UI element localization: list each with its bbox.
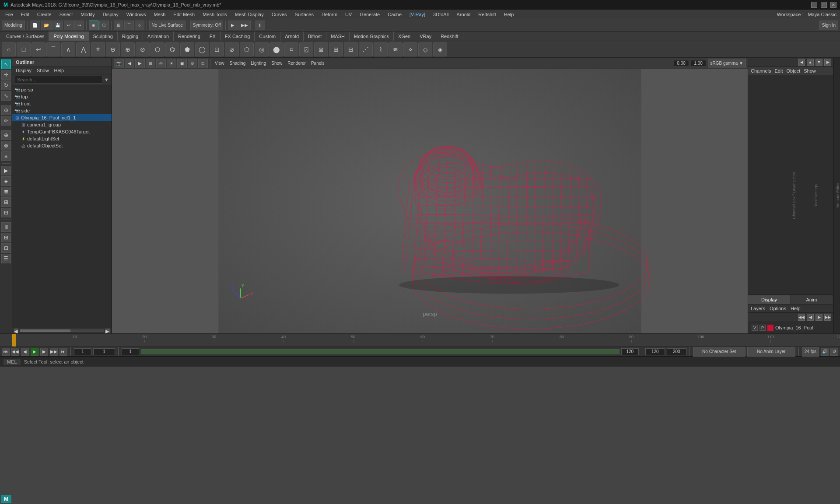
vp-smooth-btn[interactable]: ◎ [156, 59, 166, 68]
play-prev-key-btn[interactable]: ◀◀ [11, 348, 19, 356]
render-seq-btn[interactable]: ▶▶ [238, 21, 251, 30]
menu-cache[interactable]: Cache [384, 11, 405, 18]
out-menu-help[interactable]: Help [54, 68, 64, 73]
vp-menu-show[interactable]: Show [269, 60, 284, 66]
shelf-icon-19[interactable]: ⬤ [270, 42, 284, 56]
viewport-canvas[interactable]: persp X Y Z [112, 69, 748, 333]
undo-btn[interactable]: ↩ [64, 21, 74, 30]
shelf-icon-24[interactable]: ⊟ [344, 42, 358, 56]
paint-btn[interactable]: ✏ [1, 116, 11, 126]
shelf-icon-18[interactable]: ◎ [255, 42, 269, 56]
tab-fx-caching[interactable]: FX Caching [220, 32, 255, 41]
vp-gamma-btn[interactable]: sRGB gamma ▼ [708, 59, 746, 68]
shelf-icon-21[interactable]: ⍓ [299, 42, 313, 56]
play-start-btn[interactable]: ⏮ [2, 348, 10, 356]
shelf-icon-29[interactable]: ◇ [418, 42, 432, 56]
render-btn[interactable]: ▶ [228, 21, 238, 30]
tab-animation[interactable]: Animation [143, 32, 174, 41]
outliner-default-light-set[interactable]: ☀ defaultLightSet [12, 135, 112, 142]
open-file-btn[interactable]: 📂 [41, 21, 52, 30]
shelf-icon-23[interactable]: ⊞ [329, 42, 343, 56]
vp-pos-y[interactable] [691, 60, 706, 67]
play-end-btn[interactable]: ⏭ [60, 348, 67, 356]
tab-bifrost[interactable]: Bifrost [304, 32, 326, 41]
max-end-input[interactable] [645, 348, 665, 355]
vp-next-frame[interactable]: ▶ [135, 59, 145, 68]
menu-edit-mesh[interactable]: Edit Mesh [170, 11, 198, 18]
tab-rendering[interactable]: Rendering [174, 32, 205, 41]
menu-uv[interactable]: UV [342, 11, 355, 18]
tool2-btn[interactable]: ⊗ [1, 141, 11, 150]
anim-layer-btn[interactable]: No Anim Layer [747, 347, 795, 357]
layer-icon4[interactable]: ▶▶ [824, 314, 831, 321]
shelf-icon-11[interactable]: ⬡ [150, 42, 164, 56]
fps-btn[interactable]: 24 fps [802, 347, 819, 357]
vp-menu-renderer[interactable]: Renderer [285, 60, 308, 66]
abs-end-input[interactable] [667, 348, 686, 355]
scale-tool-btn[interactable]: ⤡ [1, 91, 11, 101]
cb-icon1[interactable]: ◀ [798, 59, 805, 66]
shelf-icon-1[interactable]: ○ [2, 42, 16, 56]
shelf-icon-26[interactable]: ⌇ [374, 42, 388, 56]
timeline-range-bar[interactable] [141, 349, 620, 354]
vp-menu-lighting[interactable]: Lighting [248, 60, 268, 66]
range-start-input[interactable] [122, 348, 139, 355]
tool3-btn[interactable]: ≡ [1, 151, 11, 161]
shelf-icon-10[interactable]: ⊘ [136, 42, 150, 56]
outliner-scroll-right[interactable]: ▶ [105, 329, 110, 333]
shelf-icon-12[interactable]: ⌬ [165, 42, 179, 56]
layer-item-olympia[interactable]: V P Olympia_16_Pool [750, 323, 831, 332]
shelf-icon-9[interactable]: ⊕ [121, 42, 135, 56]
outliner-default-object-set[interactable]: ◎ defaultObjectSet [12, 142, 112, 149]
snap-curve-btn[interactable]: ⌒ [124, 21, 134, 30]
mel-script-btn[interactable]: MEL [4, 359, 21, 365]
shelf-icon-13[interactable]: ⬟ [180, 42, 194, 56]
shelf-icon-28[interactable]: ⋄ [403, 42, 417, 56]
outliner-btn[interactable]: ≣ [1, 187, 11, 196]
menu-redshift[interactable]: Redshift [475, 11, 499, 18]
outliner-top[interactable]: 📷 top [12, 93, 112, 100]
layer-playback-btn[interactable]: P [760, 325, 766, 331]
search-dropdown-icon[interactable]: ▼ [104, 77, 109, 82]
menu-3dtoall[interactable]: 3DtoAll [430, 11, 452, 18]
menu-mesh[interactable]: Mesh [150, 11, 169, 18]
shelf-icon-6[interactable]: ⋀ [76, 42, 90, 56]
move-tool-btn[interactable]: ✛ [1, 70, 11, 80]
audio-btn[interactable]: 🔊 [821, 348, 829, 356]
symmetry-btn[interactable]: Symmetry: Off [190, 21, 224, 30]
render-view-btn[interactable]: ▶ [1, 166, 11, 175]
shelf-icon-14[interactable]: ◯ [195, 42, 209, 56]
menu-deform[interactable]: Deform [318, 11, 341, 18]
snap-point-btn[interactable]: ⊹ [135, 21, 144, 30]
menu-file[interactable]: File [2, 11, 17, 18]
tab-fx[interactable]: FX [205, 32, 220, 41]
minimize-button[interactable]: ─ [811, 2, 817, 8]
layer-visibility-btn[interactable]: V [752, 325, 758, 331]
vp-xray-btn[interactable]: ⊙ [188, 59, 197, 68]
outliner-persp[interactable]: 📷 persp [12, 86, 112, 93]
shelf-icon-8[interactable]: ⊖ [106, 42, 120, 56]
tool7-btn[interactable]: ⊞ [1, 233, 11, 242]
vp-menu-shading[interactable]: Shading [228, 60, 248, 66]
new-file-btn[interactable]: 📄 [30, 21, 40, 30]
cb-tab-channels[interactable]: Channels [751, 68, 771, 74]
shelf-icon-22[interactable]: ⊠ [314, 42, 328, 56]
layer-color-swatch[interactable] [767, 325, 774, 331]
menu-arnold[interactable]: Arnold [453, 11, 474, 18]
tool9-btn[interactable]: ☰ [1, 254, 11, 263]
tool8-btn[interactable]: ⊡ [1, 243, 11, 253]
shelf-icon-15[interactable]: ⊡ [210, 42, 224, 56]
cb-tab-show[interactable]: Show [804, 68, 816, 74]
menu-edit[interactable]: Edit [18, 11, 33, 18]
tab-vray[interactable]: VRay [415, 32, 436, 41]
shelf-icon-7[interactable]: ⌗ [91, 42, 105, 56]
vp-camera-btn[interactable]: 📷 [114, 59, 124, 68]
layer-icon3[interactable]: ▶ [816, 314, 822, 321]
outliner-olympia-group[interactable]: ⊞ Olympia_16_Pool_ncl1_1 [12, 114, 112, 121]
vp-pos-x[interactable] [674, 60, 689, 67]
cb-tab-edit[interactable]: Edit [774, 68, 783, 74]
shelf-icon-20[interactable]: ⌑ [284, 42, 298, 56]
vp-prev-frame[interactable]: ◀ [125, 59, 134, 68]
shelf-icon-17[interactable]: ⬡ [240, 42, 254, 56]
vp-light-btn[interactable]: ☀ [167, 59, 176, 68]
